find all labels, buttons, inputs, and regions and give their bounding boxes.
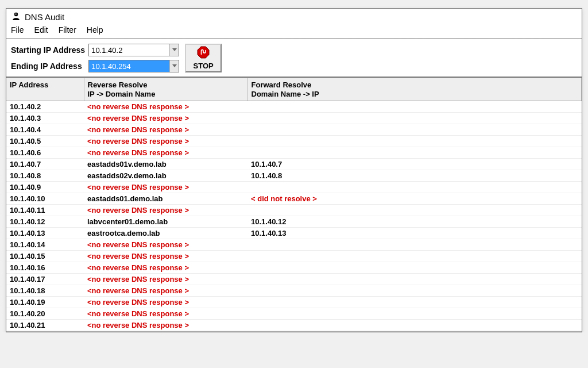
table-row[interactable]: 10.1.40.9<no reverse DNS response > [6, 181, 582, 193]
app-title: DNS Audit [25, 12, 64, 22]
start-ip-label: Starting IP Address [11, 45, 85, 55]
cell-reverse: <no reverse DNS response > [84, 101, 247, 112]
table-row[interactable]: 10.1.40.4<no reverse DNS response > [6, 124, 582, 135]
results-table-wrap: IP Address Reverse Resolve IP -> Domain … [6, 77, 582, 332]
start-ip-dropdown-button[interactable] [169, 44, 179, 56]
cell-reverse: eastadds01v.demo.lab [84, 158, 247, 170]
cell-ip: 10.1.40.3 [6, 112, 84, 124]
cell-forward [247, 273, 582, 285]
cell-ip: 10.1.40.10 [6, 193, 84, 204]
table-row[interactable]: 10.1.40.17<no reverse DNS response > [6, 273, 582, 285]
cell-ip: 10.1.40.11 [6, 204, 84, 216]
cell-reverse: <no reverse DNS response > [84, 124, 247, 135]
chevron-down-icon [172, 48, 177, 52]
cell-forward [247, 319, 582, 331]
col-header-ip[interactable]: IP Address [6, 78, 84, 101]
table-row[interactable]: 10.1.40.16<no reverse DNS response > [6, 262, 582, 273]
app-window: DNS Audit File Edit Filter Help Starting… [6, 8, 582, 332]
cell-forward [247, 112, 582, 124]
table-row[interactable]: 10.1.40.3<no reverse DNS response > [6, 112, 582, 124]
menu-help[interactable]: Help [87, 25, 103, 34]
start-ip-combo[interactable] [88, 44, 179, 56]
cell-forward [247, 204, 582, 216]
controls-row: Starting IP Address Ending IP Address [6, 39, 582, 76]
table-row[interactable]: 10.1.40.7eastadds01v.demo.lab10.1.40.7 [6, 158, 582, 170]
cell-ip: 10.1.40.21 [6, 319, 84, 331]
svg-point-1 [14, 13, 18, 16]
table-row[interactable]: 10.1.40.8eastadds02v.demo.lab10.1.40.8 [6, 170, 582, 181]
cell-reverse: <no reverse DNS response > [84, 181, 247, 193]
stop-icon [197, 46, 210, 60]
ip-range-fields: Starting IP Address Ending IP Address [11, 44, 179, 72]
col-header-reverse[interactable]: Reverse Resolve IP -> Domain Name [84, 78, 247, 101]
menubar: File Edit Filter Help [6, 24, 582, 38]
cell-reverse: <no reverse DNS response > [84, 250, 247, 262]
cell-forward: 10.1.40.12 [247, 216, 582, 227]
cell-reverse: eastadds01.demo.lab [84, 193, 247, 204]
cell-forward [247, 239, 582, 250]
table-row[interactable]: 10.1.40.11<no reverse DNS response > [6, 204, 582, 216]
end-ip-dropdown-button[interactable] [169, 60, 179, 72]
cell-forward: 10.1.40.7 [247, 158, 582, 170]
cell-reverse: <no reverse DNS response > [84, 308, 247, 319]
table-row[interactable]: 10.1.40.20<no reverse DNS response > [6, 308, 582, 319]
cell-reverse: <no reverse DNS response > [84, 262, 247, 273]
cell-ip: 10.1.40.13 [6, 227, 84, 239]
cell-forward [247, 124, 582, 135]
cell-reverse: <no reverse DNS response > [84, 112, 247, 124]
titlebar: DNS Audit [6, 9, 582, 24]
cell-ip: 10.1.40.5 [6, 135, 84, 147]
cell-ip: 10.1.40.19 [6, 296, 84, 308]
cell-forward [247, 147, 582, 158]
cell-ip: 10.1.40.16 [6, 262, 84, 273]
table-row[interactable]: 10.1.40.21<no reverse DNS response > [6, 319, 582, 331]
cell-forward [247, 296, 582, 308]
table-row[interactable]: 10.1.40.2<no reverse DNS response > [6, 101, 582, 112]
cell-reverse: <no reverse DNS response > [84, 239, 247, 250]
cell-ip: 10.1.40.12 [6, 216, 84, 227]
cell-forward [247, 308, 582, 319]
svg-point-3 [17, 14, 18, 15]
cell-forward: 10.1.40.13 [247, 227, 582, 239]
cell-ip: 10.1.40.8 [6, 170, 84, 181]
cell-reverse: <no reverse DNS response > [84, 319, 247, 331]
table-row[interactable]: 10.1.40.14<no reverse DNS response > [6, 239, 582, 250]
cell-ip: 10.1.40.15 [6, 250, 84, 262]
cell-ip: 10.1.40.4 [6, 124, 84, 135]
table-row[interactable]: 10.1.40.6<no reverse DNS response > [6, 147, 582, 158]
cell-forward [247, 285, 582, 296]
cell-reverse: <no reverse DNS response > [84, 135, 247, 147]
table-row[interactable]: 10.1.40.18<no reverse DNS response > [6, 285, 582, 296]
table-row[interactable]: 10.1.40.12labvcenter01.demo.lab10.1.40.1… [6, 216, 582, 227]
cell-forward [247, 262, 582, 273]
end-ip-label: Ending IP Address [11, 62, 85, 71]
stop-button-label: STOP [194, 62, 214, 70]
cell-ip: 10.1.40.17 [6, 273, 84, 285]
cell-forward [247, 135, 582, 147]
start-ip-input[interactable] [89, 44, 169, 56]
results-table: IP Address Reverse Resolve IP -> Domain … [6, 78, 582, 331]
results-body: 10.1.40.2<no reverse DNS response >10.1.… [6, 101, 582, 331]
end-ip-combo[interactable] [88, 60, 179, 72]
cell-forward [247, 101, 582, 112]
cell-ip: 10.1.40.2 [6, 101, 84, 112]
table-row[interactable]: 10.1.40.19<no reverse DNS response > [6, 296, 582, 308]
menu-file[interactable]: File [11, 25, 24, 34]
col-header-forward[interactable]: Forward Resolve Domain Name -> IP [247, 78, 582, 101]
cell-ip: 10.1.40.18 [6, 285, 84, 296]
cell-reverse: <no reverse DNS response > [84, 296, 247, 308]
cell-ip: 10.1.40.9 [6, 181, 84, 193]
cell-reverse: eastrootca.demo.lab [84, 227, 247, 239]
cell-forward: < did not resolve > [247, 193, 582, 204]
svg-point-2 [15, 14, 16, 15]
menu-edit[interactable]: Edit [34, 25, 48, 34]
stop-button[interactable]: STOP [185, 44, 222, 72]
table-row[interactable]: 10.1.40.15<no reverse DNS response > [6, 250, 582, 262]
cell-reverse: labvcenter01.demo.lab [84, 216, 247, 227]
table-row[interactable]: 10.1.40.5<no reverse DNS response > [6, 135, 582, 147]
table-row[interactable]: 10.1.40.13eastrootca.demo.lab10.1.40.13 [6, 227, 582, 239]
table-row[interactable]: 10.1.40.10eastadds01.demo.lab< did not r… [6, 193, 582, 204]
cell-reverse: <no reverse DNS response > [84, 147, 247, 158]
menu-filter[interactable]: Filter [59, 25, 76, 34]
end-ip-input[interactable] [89, 60, 169, 72]
